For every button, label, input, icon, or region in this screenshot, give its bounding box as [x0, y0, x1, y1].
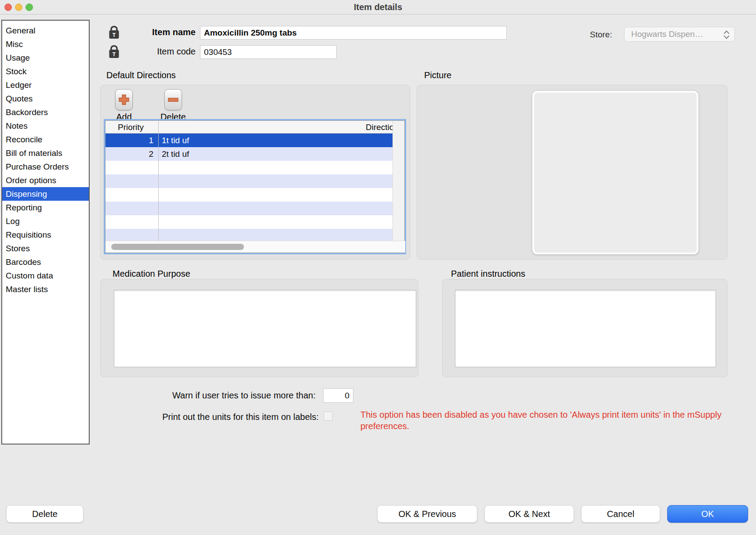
- priority-cell: 1: [105, 134, 156, 147]
- priority-cell: 2: [105, 147, 156, 161]
- sidebar-item-stock[interactable]: Stock: [2, 65, 89, 78]
- print-units-label: Print out the units for this item on lab…: [110, 412, 319, 422]
- sidebar-item-usage[interactable]: Usage: [2, 51, 89, 65]
- directions-table: Priority Direction 1 1t tid uf 2 2t tid …: [104, 119, 406, 254]
- ok-button[interactable]: OK: [667, 505, 748, 523]
- sidebar-item-stores[interactable]: Stores: [2, 242, 89, 255]
- ok-next-button[interactable]: OK & Next: [484, 505, 574, 523]
- title-bar: Item details: [0, 0, 756, 14]
- sidebar-item-purchase-orders[interactable]: Purchase Orders: [2, 160, 89, 174]
- sidebar-item-master-lists[interactable]: Master lists: [2, 282, 89, 296]
- ok-previous-button[interactable]: OK & Previous: [377, 505, 477, 523]
- picture-frame[interactable]: [532, 91, 698, 254]
- direction-cell: 2t tid uf: [162, 147, 189, 161]
- empty-row[interactable]: [105, 202, 393, 215]
- minus-icon: [167, 94, 179, 105]
- sidebar-item-dispensing[interactable]: Dispensing: [2, 187, 89, 201]
- option-disabled-note: This option has been disabled as you hav…: [360, 409, 730, 432]
- store-select-value: Hogwarts Dispen…: [631, 29, 703, 39]
- sidebar-item-barcodes[interactable]: Barcodes: [2, 255, 89, 269]
- store-label: Store:: [590, 30, 612, 40]
- sidebar-item-quotes[interactable]: Quotes: [2, 92, 89, 105]
- sidebar: General Misc Usage Stock Ledger Quotes B…: [1, 20, 90, 445]
- updown-chevron-icon: [723, 30, 730, 40]
- sidebar-item-bill-of-materials[interactable]: Bill of materials: [2, 146, 89, 160]
- sidebar-item-ledger[interactable]: Ledger: [2, 78, 89, 92]
- delete-direction-button[interactable]: [164, 89, 182, 110]
- window-title: Item details: [0, 0, 756, 14]
- directions-table-header: Priority Direction: [105, 121, 393, 134]
- sidebar-item-requisitions[interactable]: Requisitions: [2, 228, 89, 242]
- horizontal-scrollbar-track[interactable]: [105, 241, 405, 253]
- medication-purpose-panel: [100, 279, 418, 377]
- vertical-scrollbar-track[interactable]: [393, 121, 404, 242]
- medication-purpose-textarea[interactable]: [114, 290, 416, 367]
- sidebar-item-order-options[interactable]: Order options: [2, 174, 89, 187]
- empty-row[interactable]: [105, 215, 393, 229]
- sidebar-item-general[interactable]: General: [2, 24, 89, 37]
- picture-panel: [417, 85, 727, 260]
- empty-row[interactable]: [105, 188, 393, 202]
- default-directions-label: Default Directions: [106, 70, 176, 80]
- cancel-button[interactable]: Cancel: [581, 505, 660, 523]
- sidebar-item-misc[interactable]: Misc: [2, 37, 89, 51]
- horizontal-scrollbar-thumb[interactable]: [111, 244, 244, 250]
- add-direction-button[interactable]: [115, 89, 133, 110]
- store-select[interactable]: Hogwarts Dispen…: [624, 27, 735, 42]
- direction-row-1[interactable]: 1 1t tid uf: [105, 134, 393, 147]
- item-code-label: Item code: [110, 47, 196, 57]
- empty-row[interactable]: [105, 174, 393, 188]
- sidebar-item-log[interactable]: Log: [2, 214, 89, 228]
- sidebar-item-custom-data[interactable]: Custom data: [2, 269, 89, 282]
- sidebar-item-reconcile[interactable]: Reconcile: [2, 133, 89, 146]
- plus-icon: [118, 94, 130, 105]
- empty-row[interactable]: [105, 161, 393, 174]
- item-name-label: Item name: [110, 27, 196, 37]
- medication-purpose-label: Medication Purpose: [113, 269, 190, 279]
- print-units-checkbox[interactable]: [323, 412, 333, 421]
- directions-table-body: 1 1t tid uf 2 2t tid uf: [105, 134, 393, 242]
- column-divider: [158, 121, 159, 242]
- sidebar-item-reporting[interactable]: Reporting: [2, 201, 89, 214]
- delete-button[interactable]: Delete: [6, 505, 84, 523]
- empty-row[interactable]: [105, 229, 393, 242]
- sidebar-item-notes[interactable]: Notes: [2, 119, 89, 133]
- patient-instructions-label: Patient instructions: [451, 269, 525, 279]
- patient-instructions-panel: [442, 279, 727, 377]
- warn-issue-label: Warn if user tries to issue more than:: [132, 390, 316, 401]
- item-code-input[interactable]: [200, 45, 337, 59]
- warn-issue-input[interactable]: [323, 388, 353, 403]
- patient-instructions-textarea[interactable]: [455, 290, 716, 367]
- sidebar-item-backorders[interactable]: Backorders: [2, 105, 89, 119]
- direction-row-2[interactable]: 2 2t tid uf: [105, 147, 393, 161]
- priority-column-header[interactable]: Priority: [118, 121, 144, 134]
- item-name-input[interactable]: [200, 26, 507, 40]
- direction-cell: 1t tid uf: [162, 134, 189, 147]
- picture-label: Picture: [424, 70, 451, 80]
- direction-column-header[interactable]: Direction: [366, 121, 393, 134]
